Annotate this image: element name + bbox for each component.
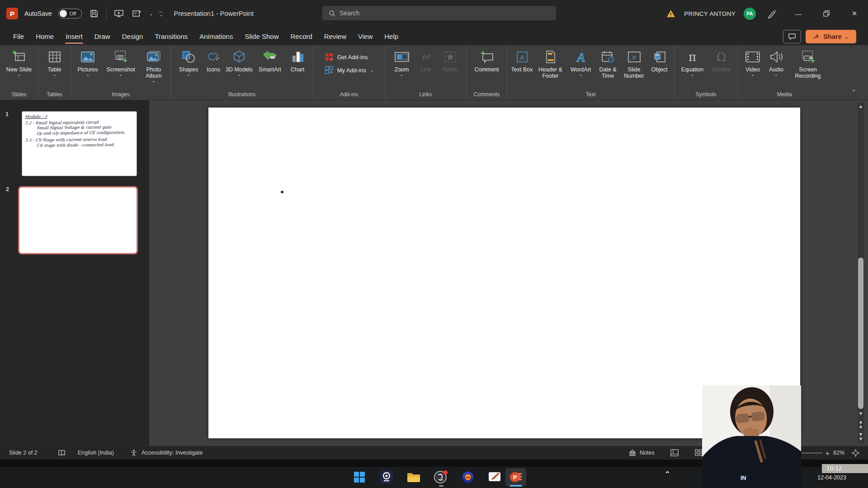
3d-models-button[interactable]: 3D Models ⌄: [224, 48, 254, 77]
tab-draw[interactable]: Draw: [89, 27, 116, 45]
shapes-button[interactable]: Shapes ⌄: [175, 48, 203, 77]
next-slide-icon[interactable]: ▼▼: [857, 432, 865, 441]
ribbon: New Slide ⌄ Slides Table ⌄ Tables: [0, 45, 868, 100]
start-slideshow-button[interactable]: [113, 8, 125, 19]
whiteboard-app-icon[interactable]: [486, 468, 504, 486]
scroll-up-icon[interactable]: ▲: [857, 104, 865, 108]
tab-insert[interactable]: Insert: [60, 27, 89, 45]
notes-button[interactable]: Notes: [628, 446, 655, 460]
comment-button[interactable]: Comment: [469, 48, 505, 73]
obs-running-indicator: [439, 485, 443, 487]
camera-app-icon[interactable]: [377, 468, 396, 486]
warning-icon[interactable]: [666, 9, 676, 18]
chevron-down-icon: ⌄: [690, 73, 694, 77]
table-button[interactable]: Table ⌄: [40, 48, 69, 77]
link-button: Link: [415, 48, 438, 73]
tab-slide-show[interactable]: Slide Show: [239, 27, 284, 45]
tray-language-indicator[interactable]: IN: [741, 475, 746, 481]
ribbon-options-pen-icon[interactable]: [767, 9, 778, 19]
scroll-down-icon[interactable]: ▼: [857, 411, 865, 416]
autosave-toggle[interactable]: Off: [58, 9, 82, 19]
tray-time[interactable]: 10:12: [826, 465, 842, 472]
minimize-button[interactable]: —: [788, 0, 808, 27]
share-button[interactable]: Share ⌄: [806, 30, 856, 43]
tab-review[interactable]: Review: [318, 27, 352, 45]
date-time-button[interactable]: Date & Time: [595, 48, 621, 79]
accessibility-status[interactable]: Accessibility: Investigate: [142, 446, 203, 460]
powerpoint-taskbar-icon[interactable]: P: [505, 468, 526, 486]
scrollbar-thumb[interactable]: [858, 258, 863, 409]
tab-home[interactable]: Home: [30, 27, 60, 45]
pictures-button[interactable]: Pictures ⌄: [72, 48, 103, 77]
audio-button[interactable]: Audio ⌄: [764, 48, 788, 77]
tab-help[interactable]: Help: [378, 27, 404, 45]
slide-number-button[interactable]: # Slide Number: [621, 48, 647, 79]
media-app-icon[interactable]: [459, 468, 477, 486]
hidden-icons-chevron[interactable]: ⌃: [665, 470, 670, 478]
zoom-in-icon[interactable]: +: [826, 449, 830, 457]
zoom-slider[interactable]: +: [802, 446, 830, 460]
my-add-ins-button[interactable]: My Add-ins ⌄: [325, 66, 374, 75]
photo-album-button[interactable]: Photo Album ⌄: [138, 48, 169, 84]
slide-indicator[interactable]: Slide 2 of 2: [9, 446, 38, 460]
tab-view[interactable]: View: [352, 27, 378, 45]
tray-date[interactable]: 12-04-2023: [817, 474, 846, 481]
new-slide-button[interactable]: New Slide ⌄: [2, 48, 36, 77]
language-indicator[interactable]: English (India): [78, 446, 114, 460]
slide-thumbnail-1[interactable]: Module - 3 3.2 - Small Signal equivalent…: [22, 111, 137, 176]
button-label: Chart: [291, 66, 305, 73]
slide-sorter-view-button[interactable]: [695, 446, 703, 460]
get-add-ins-button[interactable]: Get Add-ins: [325, 52, 368, 61]
group-label: Links: [385, 91, 466, 100]
file-explorer-icon[interactable]: [405, 468, 423, 486]
customize-qat-icon[interactable]: ─⌄: [159, 11, 163, 16]
tab-design[interactable]: Design: [116, 27, 149, 45]
spellcheck-icon[interactable]: [58, 446, 66, 460]
tab-file[interactable]: File: [7, 27, 30, 45]
reuse-slides-button[interactable]: [131, 8, 143, 19]
restore-button[interactable]: [816, 0, 836, 27]
comments-button[interactable]: [783, 30, 801, 43]
title-bar: P AutoSave Off ⌄ ─⌄ Presentation1 - Powe…: [0, 0, 868, 27]
tab-record[interactable]: Record: [284, 27, 318, 45]
obs-studio-icon[interactable]: [432, 468, 450, 486]
smartart-button[interactable]: SmartArt: [254, 48, 286, 73]
collapse-ribbon-chevron-icon[interactable]: ⌄: [851, 86, 856, 93]
equation-button[interactable]: π Equation ⌄: [677, 48, 708, 77]
chevron-down-icon: ⌄: [400, 73, 403, 77]
start-button[interactable]: [350, 468, 368, 486]
avatar[interactable]: PA: [744, 8, 756, 20]
wordart-button[interactable]: A WordArt ⌄: [567, 48, 595, 77]
button-label: Header & Footer: [534, 66, 567, 79]
ribbon-tab-row: File Home Insert Draw Design Transitions…: [0, 27, 868, 45]
screen-recording-button[interactable]: Screen Recording: [788, 48, 828, 79]
chevron-down-icon[interactable]: ⌄: [149, 11, 153, 16]
previous-slide-icon[interactable]: ▲▲: [857, 419, 865, 428]
chart-button[interactable]: Chart: [286, 48, 309, 73]
object-button[interactable]: Object: [647, 48, 672, 73]
header-footer-button[interactable]: Header & Footer: [534, 48, 567, 79]
chevron-down-icon: ⌄: [187, 73, 190, 77]
text-box-button[interactable]: A Text Box: [510, 48, 534, 73]
search-icon: [329, 10, 335, 17]
screenshot-button[interactable]: Screenshot ⌄: [103, 48, 138, 77]
zoom-button[interactable]: Zoom ⌄: [389, 48, 415, 77]
slide-thumbnail-2-selected[interactable]: [18, 186, 138, 254]
ribbon-group-symbols: π Equation ⌄ Ω Symbol Symbols: [675, 45, 738, 100]
accessibility-icon[interactable]: [130, 446, 137, 460]
fit-slide-to-window-icon[interactable]: [852, 446, 859, 460]
close-button[interactable]: ✕: [844, 0, 864, 27]
button-label: Object: [651, 66, 667, 73]
user-name[interactable]: PRINCY ANTONY: [684, 10, 736, 17]
search-input[interactable]: Search: [322, 6, 556, 20]
zoom-level[interactable]: 82%: [833, 446, 844, 460]
tab-animations[interactable]: Animations: [193, 27, 239, 45]
icons-button[interactable]: Icons: [203, 48, 224, 73]
tab-transitions[interactable]: Transitions: [149, 27, 193, 45]
powerpoint-logo-icon[interactable]: P: [6, 8, 18, 19]
video-button[interactable]: Video ⌄: [741, 48, 764, 77]
save-button[interactable]: [88, 8, 100, 19]
group-label: Add-ins: [313, 91, 385, 100]
ribbon-group-images: Pictures ⌄ Screenshot ⌄ Photo Album ⌄ Im…: [71, 45, 171, 100]
normal-view-button[interactable]: [670, 446, 679, 460]
